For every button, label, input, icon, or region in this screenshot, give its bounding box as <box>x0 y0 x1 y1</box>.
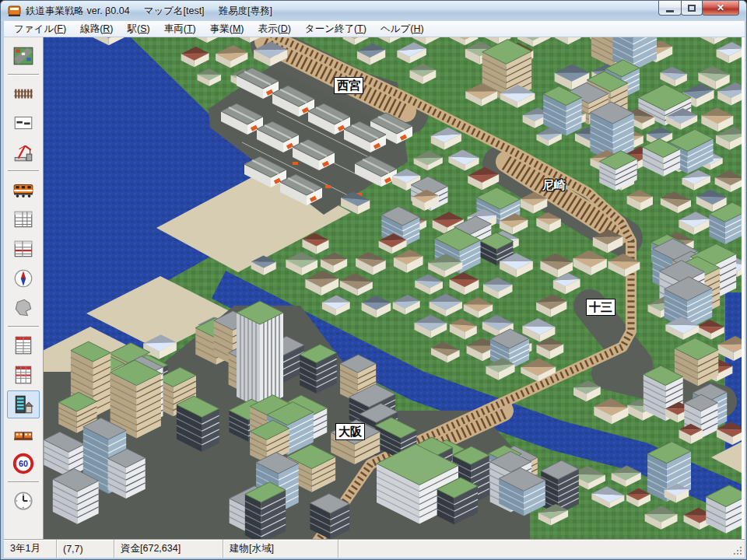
main-area: 60 西宮尼崎十三大阪 <box>4 37 745 539</box>
svg-text:60: 60 <box>19 459 28 468</box>
toolbar-separator <box>8 326 39 327</box>
maximize-button[interactable] <box>681 1 703 16</box>
station-label-0: 西宮 <box>334 77 363 94</box>
minimize-icon <box>666 10 674 12</box>
eraser-tool-button[interactable] <box>7 294 40 322</box>
status-cell-3: 建物[水域] <box>223 540 338 558</box>
window-title-app: 鉄道事業戦略 ver. β0.04 <box>26 5 130 16</box>
map-overview-tool-button[interactable] <box>7 42 40 70</box>
menubar: ファイル(F)線路(R)駅(S)車両(T)事業(M)表示(D)ターン終了(T)ヘ… <box>4 21 745 37</box>
ledger-icon <box>12 364 34 386</box>
menu-item-0[interactable]: ファイル(F) <box>7 21 73 37</box>
station-label-1: 尼崎 <box>542 177 566 193</box>
app-window: 鉄道事業戦略 ver. β0.04マップ名[test]難易度[専務] ✕ ファイ… <box>0 0 747 560</box>
titlebar[interactable]: 鉄道事業戦略 ver. β0.04マップ名[test]難易度[専務] ✕ <box>1 1 746 21</box>
eraser-icon <box>12 297 34 319</box>
toolbar-separator <box>8 481 39 483</box>
menu-item-4[interactable]: 事業(M) <box>203 21 251 37</box>
maximize-icon <box>688 5 696 12</box>
timetable-tool-button[interactable] <box>7 205 40 233</box>
window-title-difficulty: 難易度[専務] <box>219 5 272 16</box>
close-icon: ✕ <box>717 2 724 15</box>
menu-item-3[interactable]: 車両(T) <box>157 21 203 37</box>
status-cell-2: 資金[672,634] <box>114 540 223 558</box>
menu-item-5[interactable]: 表示(D) <box>251 21 297 37</box>
status-cell-0: 3年1月 <box>4 540 57 558</box>
report-tool-button[interactable] <box>7 331 40 359</box>
platform-tool-button[interactable] <box>7 109 40 137</box>
station-label-2: 十三 <box>586 299 615 316</box>
toolbar-separator <box>8 74 39 75</box>
menu-item-7[interactable]: ヘルプ(H) <box>374 21 431 37</box>
building-icon <box>12 394 34 415</box>
menu-item-6[interactable]: ターン終了(T) <box>298 21 374 37</box>
client-area: ファイル(F)線路(R)駅(S)車両(T)事業(M)表示(D)ターン終了(T)ヘ… <box>4 21 745 558</box>
report-icon <box>12 334 34 356</box>
ledger-tool-button[interactable] <box>7 361 40 389</box>
game-map[interactable] <box>44 37 742 539</box>
depot-tool-button[interactable] <box>7 420 40 448</box>
depot-icon <box>12 423 34 445</box>
status-cell-empty <box>338 540 745 558</box>
map-overview-icon <box>12 45 34 67</box>
clock-tool-button[interactable] <box>7 487 40 515</box>
speed-limit-tool-button[interactable]: 60 <box>7 450 40 478</box>
app-train-icon <box>8 5 21 17</box>
toolbar: 60 <box>4 37 44 539</box>
timetable-icon <box>12 208 34 230</box>
menu-item-2[interactable]: 駅(S) <box>121 21 157 37</box>
minimize-button[interactable] <box>658 1 682 16</box>
speed-limit-icon: 60 <box>12 453 34 474</box>
menu-item-1[interactable]: 線路(R) <box>73 21 120 37</box>
compass-icon <box>12 268 34 289</box>
station-label-3: 大阪 <box>335 423 365 440</box>
status-cell-1: (7,7) <box>57 540 114 558</box>
resize-grip[interactable] <box>740 553 742 555</box>
building-tool-button[interactable] <box>7 390 40 418</box>
window-title-map: マップ名[test] <box>144 5 205 16</box>
clock-icon <box>12 490 34 512</box>
window-title: 鉄道事業戦略 ver. β0.04マップ名[test]難易度[専務] <box>26 5 286 18</box>
track-icon <box>12 82 34 104</box>
diagram-tool-button[interactable] <box>7 235 40 263</box>
train-icon <box>12 179 34 201</box>
diagram-icon <box>12 238 34 260</box>
track-tool-button[interactable] <box>7 79 40 107</box>
construction-icon <box>12 142 34 163</box>
statusbar: 3年1月(7,7)資金[672,634]建物[水域] <box>4 539 745 558</box>
train-tool-button[interactable] <box>7 176 40 204</box>
close-button[interactable]: ✕ <box>702 1 739 16</box>
window-controls: ✕ <box>659 1 739 16</box>
toolbar-separator <box>8 170 39 172</box>
platform-icon <box>12 112 34 134</box>
map-viewport[interactable]: 西宮尼崎十三大阪 <box>44 37 745 539</box>
construction-tool-button[interactable] <box>7 138 40 166</box>
compass-tool-button[interactable] <box>7 264 40 292</box>
